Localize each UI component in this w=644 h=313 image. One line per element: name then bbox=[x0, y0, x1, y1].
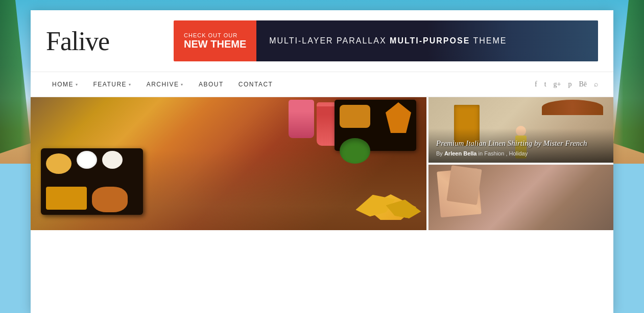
by-label: By bbox=[436, 150, 444, 156]
guacamole-bowl bbox=[340, 138, 370, 164]
side-post-2-image bbox=[428, 165, 613, 230]
search-icon[interactable]: ⌕ bbox=[594, 80, 598, 88]
banner-text-normal: MULTI-LAYER PARALLAX bbox=[269, 36, 390, 45]
nav-social-icons: f t g+ p Bē ⌕ bbox=[535, 80, 598, 88]
chevron-down-icon: ▾ bbox=[129, 82, 132, 87]
main-post[interactable] bbox=[31, 97, 426, 230]
side-post-2[interactable] bbox=[428, 165, 613, 230]
header: Falive CHECK OUT OUR NEW THEME MULTI-LAY… bbox=[31, 10, 613, 72]
chevron-down-icon: ▾ bbox=[76, 82, 79, 87]
site-logo[interactable]: Falive bbox=[46, 26, 158, 56]
side-post-1-category2[interactable]: Holiday bbox=[509, 150, 528, 156]
navigation: HOME ▾ FEATURE ▾ ARCHIVE ▾ ABOUT CONTACT… bbox=[31, 72, 613, 97]
food-plate-dark bbox=[41, 148, 143, 215]
chips-pile bbox=[355, 184, 421, 220]
side-post-1[interactable]: Premium Italian Linen Shirting by Mister… bbox=[428, 97, 613, 163]
banner-right: MULTI-LAYER PARALLAX MULTI-PURPOSE THEME bbox=[256, 20, 598, 61]
banner-bottom-text: NEW THEME bbox=[184, 38, 246, 50]
banner-text-end: THEME bbox=[470, 36, 507, 45]
nav-left: HOME ▾ FEATURE ▾ ARCHIVE ▾ ABOUT CONTACT bbox=[46, 72, 279, 97]
side-post-1-overlay: Premium Italian Linen Shirting by Mister… bbox=[428, 128, 613, 163]
berry-drink bbox=[289, 100, 314, 138]
nav-item-contact[interactable]: CONTACT bbox=[232, 72, 279, 97]
side-post-1-author[interactable]: Arleen Bella bbox=[444, 150, 477, 156]
banner-text-bold: MULTI-PURPOSE bbox=[390, 36, 470, 45]
banner-top-text: CHECK OUT OUR bbox=[184, 32, 246, 38]
behance-icon[interactable]: Bē bbox=[579, 80, 587, 88]
googleplus-icon[interactable]: g+ bbox=[554, 80, 561, 88]
nav-item-feature[interactable]: FEATURE ▾ bbox=[87, 72, 138, 97]
banner-right-text: MULTI-LAYER PARALLAX MULTI-PURPOSE THEME bbox=[269, 36, 507, 46]
chevron-down-icon: ▾ bbox=[181, 82, 184, 87]
twitter-icon[interactable]: t bbox=[544, 80, 546, 88]
main-post-image bbox=[31, 97, 426, 230]
nav-item-home[interactable]: HOME ▾ bbox=[46, 72, 85, 97]
main-container: Falive CHECK OUT OUR NEW THEME MULTI-LAY… bbox=[31, 10, 613, 313]
nav-item-about[interactable]: ABOUT bbox=[193, 72, 230, 97]
banner-ad[interactable]: CHECK OUT OUR NEW THEME MULTI-LAYER PARA… bbox=[174, 20, 598, 61]
content-area: Premium Italian Linen Shirting by Mister… bbox=[31, 97, 613, 230]
in-label: in bbox=[479, 150, 485, 156]
nav-item-archive[interactable]: ARCHIVE ▾ bbox=[140, 72, 190, 97]
pinterest-icon[interactable]: p bbox=[568, 80, 571, 88]
side-post-1-title: Premium Italian Linen Shirting by Mister… bbox=[436, 139, 606, 149]
side-post-1-meta: By Arleen Bella in Fashion , Holiday bbox=[436, 150, 606, 156]
side-post-1-category1[interactable]: Fashion bbox=[484, 150, 504, 156]
banner-left: CHECK OUT OUR NEW THEME bbox=[174, 20, 256, 61]
side-posts-column: Premium Italian Linen Shirting by Mister… bbox=[428, 97, 613, 230]
facebook-icon[interactable]: f bbox=[535, 80, 537, 88]
